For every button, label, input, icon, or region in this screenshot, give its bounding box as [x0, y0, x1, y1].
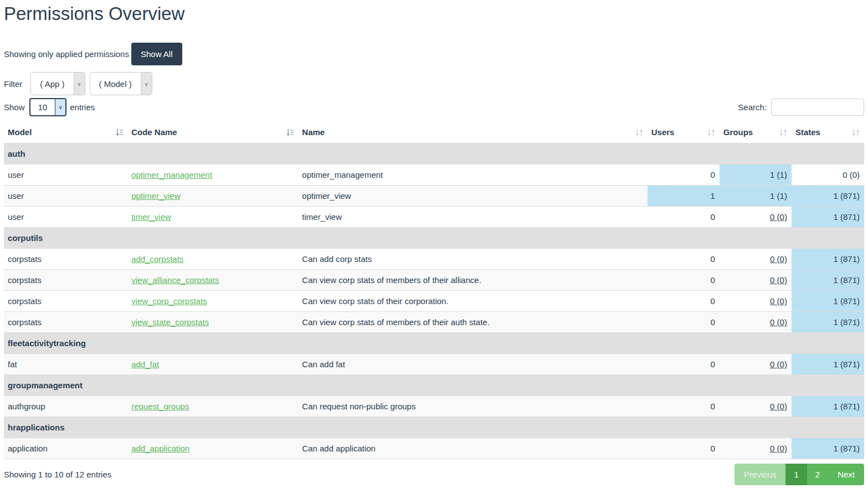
table-row: corpstatsview_corp_corpstatsCan view cor…	[4, 291, 864, 312]
code-name-link[interactable]: add_corpstats	[131, 254, 183, 264]
table-row: authgrouprequest_groupsCan request non-p…	[4, 396, 864, 417]
table-row: corpstatsview_alliance_corpstatsCan view…	[4, 270, 864, 291]
code-name-cell: add_fat	[127, 354, 298, 375]
column-header-groups[interactable]: Groups	[720, 123, 792, 143]
entries-search-row: Show 10 ∨ entries Search:	[4, 98, 864, 116]
entries-info: Showing 1 to 10 of 12 entries	[4, 470, 111, 479]
code-name-link[interactable]: view_state_corpstats	[131, 317, 209, 327]
showing-note: Showing only applied permissions	[4, 49, 129, 59]
users-count-cell: 0	[648, 291, 720, 312]
pagination-next-button[interactable]: Next	[828, 464, 864, 485]
show-label: Show	[4, 102, 25, 112]
groups-count-cell: 0 (0)	[720, 249, 792, 270]
groups-count-link[interactable]: 0 (0)	[770, 317, 787, 327]
pagination-page-1[interactable]: 1	[785, 464, 807, 485]
states-count-cell: 1 (871)	[792, 438, 864, 459]
chevron-down-icon: ∨	[55, 99, 65, 115]
groups-count-link[interactable]: 0 (0)	[770, 444, 787, 453]
permissions-table: Model Code Name Name Users Groups States…	[4, 123, 864, 459]
filter-row: Filter ( App ) ∨ ( Model ) ∨	[4, 72, 864, 95]
groups-count-link[interactable]: 0 (0)	[770, 212, 787, 222]
table-row: corpstatsview_state_corpstatsCan view co…	[4, 312, 864, 333]
code-name-link[interactable]: add_application	[131, 444, 189, 453]
table-row: fatadd_fatCan add fat00 (0)1 (871)	[4, 354, 864, 375]
code-name-link[interactable]: request_groups	[131, 402, 189, 411]
groups-count-link[interactable]: 0 (0)	[770, 402, 787, 411]
states-count-cell: 1 (871)	[792, 270, 864, 291]
groups-count-cell: 0 (0)	[720, 291, 792, 312]
users-count-cell: 1	[648, 186, 720, 207]
code-name-link[interactable]: optimer_management	[131, 170, 212, 179]
states-count-cell: 1 (871)	[792, 354, 864, 375]
code-name-cell: view_state_corpstats	[127, 312, 298, 333]
search-input[interactable]	[771, 99, 864, 116]
code-name-cell: add_application	[127, 438, 298, 459]
column-header-model[interactable]: Model	[4, 123, 127, 143]
pagination-previous-button[interactable]: Previous	[735, 464, 785, 485]
groups-count-cell: 0 (0)	[720, 207, 792, 228]
group-name: corputils	[4, 228, 864, 249]
model-cell: corpstats	[4, 291, 127, 312]
column-header-name[interactable]: Name	[298, 123, 647, 143]
column-header-users[interactable]: Users	[648, 123, 720, 143]
name-cell: Can view corp stats of members of their …	[298, 270, 647, 291]
code-name-cell: timer_view	[127, 207, 298, 228]
model-cell: user	[4, 186, 127, 207]
code-name-link[interactable]: optimer_view	[131, 191, 180, 201]
permissions-overview-page: Permissions Overview Showing only applie…	[0, 0, 868, 488]
groups-count-link[interactable]: 0 (0)	[770, 275, 787, 285]
column-label: Name	[302, 127, 325, 137]
chevron-down-icon: ∨	[74, 73, 85, 95]
toolbar-note-row: Showing only applied permissions Show Al…	[4, 43, 864, 65]
entries-length-value: 10	[30, 99, 55, 115]
model-cell: corpstats	[4, 270, 127, 291]
code-name-link[interactable]: view_alliance_corpstats	[131, 275, 219, 285]
states-count-cell: 1 (871)	[792, 249, 864, 270]
users-count-cell: 0	[648, 207, 720, 228]
code-name-cell: request_groups	[127, 396, 298, 417]
group-name: hrapplications	[4, 417, 864, 438]
groups-count-cell: 0 (0)	[720, 438, 792, 459]
groups-count-link[interactable]: 0 (0)	[770, 296, 787, 306]
column-label: Model	[8, 127, 32, 137]
model-filter-value: ( Model )	[90, 73, 141, 95]
groups-count-link[interactable]: 0 (0)	[770, 254, 787, 264]
search-control: Search:	[738, 99, 864, 116]
code-name-link[interactable]: add_fat	[131, 359, 159, 369]
permissions-table-header: Model Code Name Name Users Groups States	[4, 123, 864, 143]
model-cell: user	[4, 165, 127, 186]
search-label: Search:	[738, 102, 767, 112]
app-filter-value: ( App )	[31, 73, 73, 95]
states-count-cell: 1 (871)	[792, 312, 864, 333]
entries-length-select[interactable]: 10 ∨	[29, 98, 67, 116]
states-count-cell: 1 (871)	[792, 396, 864, 417]
name-cell: Can add fat	[298, 354, 647, 375]
model-cell: authgroup	[4, 396, 127, 417]
column-header-states[interactable]: States	[792, 123, 864, 143]
group-name: groupmanagement	[4, 375, 864, 396]
code-name-cell: optimer_management	[127, 165, 298, 186]
model-cell: corpstats	[4, 249, 127, 270]
group-header-row: groupmanagement	[4, 375, 864, 396]
states-count-cell: 1 (871)	[792, 291, 864, 312]
page-title: Permissions Overview	[4, 3, 864, 24]
filter-label: Filter	[4, 79, 22, 89]
code-name-link[interactable]: view_corp_corpstats	[131, 296, 207, 306]
show-all-button[interactable]: Show All	[131, 43, 182, 65]
users-count-cell: 0	[648, 354, 720, 375]
table-footer: Showing 1 to 10 of 12 entries Previous12…	[4, 464, 864, 485]
group-name: auth	[4, 143, 864, 165]
column-header-code-name[interactable]: Code Name	[127, 123, 298, 143]
model-cell: application	[4, 438, 127, 459]
users-count-cell: 0	[648, 312, 720, 333]
code-name-link[interactable]: timer_view	[131, 212, 171, 222]
users-count-cell: 0	[648, 249, 720, 270]
column-label: States	[795, 127, 820, 137]
name-cell: Can add application	[298, 438, 647, 459]
group-header-row: corputils	[4, 228, 864, 249]
groups-count-link[interactable]: 0 (0)	[770, 359, 787, 369]
model-filter-select[interactable]: ( Model ) ∨	[90, 72, 152, 95]
app-filter-select[interactable]: ( App ) ∨	[30, 72, 85, 95]
name-cell: Can view corp stats of members of their …	[298, 312, 647, 333]
pagination-page-2[interactable]: 2	[807, 464, 828, 485]
